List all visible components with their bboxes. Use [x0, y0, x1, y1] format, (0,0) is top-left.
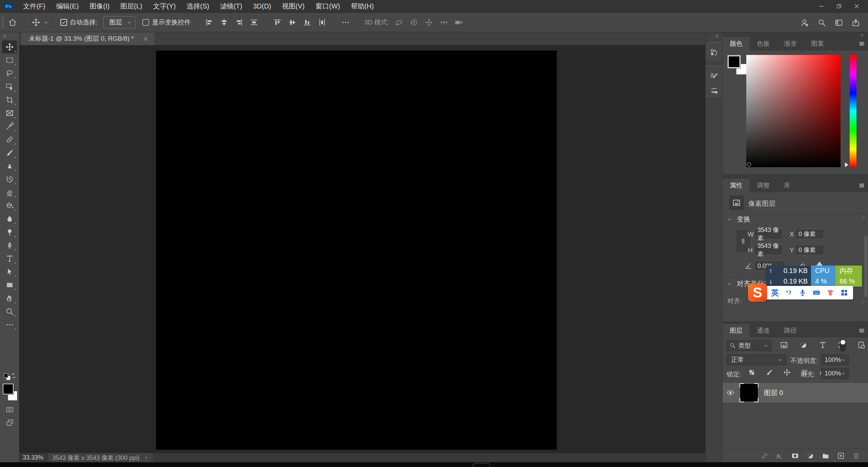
brush-tool[interactable] — [2, 146, 17, 159]
status-chevron-icon[interactable] — [144, 455, 149, 460]
menu-item[interactable]: 帮助(H) — [346, 0, 379, 13]
history-panel-icon[interactable] — [710, 48, 718, 57]
align-right-edges-icon[interactable] — [235, 18, 243, 27]
foreground-color-swatch[interactable] — [3, 384, 14, 394]
home-icon[interactable] — [8, 18, 17, 27]
3d-rotate-icon[interactable] — [395, 18, 403, 27]
show-transform-checkbox[interactable] — [142, 19, 149, 26]
close-button[interactable] — [848, 0, 865, 13]
new-layer-icon[interactable] — [837, 452, 845, 460]
quick-mask-icon[interactable] — [5, 405, 15, 414]
dodge-tool[interactable] — [2, 226, 17, 238]
3d-slide-icon[interactable] — [439, 18, 448, 27]
menu-item[interactable]: 视图(V) — [277, 0, 310, 13]
default-colors-icon[interactable] — [4, 373, 8, 378]
layer-mask-icon[interactable] — [791, 452, 799, 460]
menu-item[interactable]: 3D(D) — [248, 0, 276, 13]
crop-tool[interactable] — [2, 93, 17, 106]
layer-name[interactable]: 图层 0 — [764, 388, 783, 397]
saturation-brightness-field[interactable] — [746, 55, 841, 167]
foreground-color-chip[interactable] — [728, 56, 740, 68]
hand-tool[interactable] — [2, 292, 17, 305]
blur-tool[interactable] — [2, 212, 17, 225]
3d-drag-icon[interactable] — [425, 18, 433, 27]
account-icon[interactable] — [801, 18, 809, 27]
edit-toolbar-icon[interactable] — [2, 318, 17, 331]
panel-tab-颜色[interactable]: 颜色 — [723, 37, 750, 51]
align-bottom-edges-icon[interactable] — [303, 18, 312, 27]
height-field[interactable]: 3543 像素 — [754, 245, 783, 255]
zoom-tool[interactable] — [2, 305, 17, 318]
distribute-horizontal-icon[interactable] — [250, 18, 258, 27]
menu-item[interactable]: 窗口(W) — [310, 0, 345, 13]
panel-tab-渐变[interactable]: 渐变 — [777, 37, 804, 51]
frame-tool[interactable] — [2, 106, 17, 119]
lasso-tool[interactable] — [2, 67, 17, 80]
y-field[interactable]: 0 像素 — [795, 245, 824, 255]
scrollbar-thumb[interactable] — [864, 236, 867, 297]
layer-effects-icon[interactable]: fx — [776, 452, 784, 460]
smart-object-filter-icon[interactable] — [857, 341, 866, 349]
new-group-icon[interactable] — [822, 452, 830, 460]
brushes-panel-icon[interactable] — [710, 86, 718, 95]
layer-row[interactable]: 图层 0 — [723, 383, 868, 403]
canvas[interactable] — [156, 51, 557, 450]
auto-select-checkbox[interactable] — [60, 19, 67, 26]
panel-tab-通道[interactable]: 通道 — [750, 324, 777, 337]
menu-item[interactable]: 文字(Y) — [148, 0, 181, 13]
panel-menu-icon[interactable] — [859, 182, 865, 189]
keyboard-icon[interactable] — [812, 289, 821, 297]
delete-layer-icon[interactable] — [852, 452, 860, 460]
sogou-logo-icon[interactable]: S — [748, 284, 767, 302]
lock-position-icon[interactable] — [783, 369, 791, 376]
restore-button[interactable] — [830, 0, 848, 13]
type-layer-filter-icon[interactable] — [818, 341, 827, 349]
dock-grip[interactable] — [709, 66, 719, 67]
expand-toolbar-icon[interactable] — [2, 34, 7, 39]
type-tool[interactable] — [2, 252, 17, 265]
history-brush-tool[interactable] — [2, 173, 17, 186]
tab-close-icon[interactable] — [143, 36, 149, 42]
panel-tab-图层[interactable]: 图层 — [723, 324, 750, 337]
swap-colors-icon[interactable] — [11, 373, 17, 379]
search-icon[interactable] — [817, 18, 826, 27]
menu-item[interactable]: 图像(I) — [84, 0, 115, 13]
layer-visibility-eye-icon[interactable] — [726, 389, 734, 397]
x-field[interactable]: 0 像素 — [795, 229, 824, 239]
more-options-icon[interactable] — [341, 18, 350, 27]
move-tool-preset-icon[interactable] — [32, 18, 40, 27]
color-selector-ring[interactable] — [747, 162, 751, 167]
skin-icon[interactable] — [826, 289, 834, 297]
minimize-button[interactable] — [812, 0, 830, 13]
pasteboard[interactable] — [19, 45, 705, 453]
distribute-vertical-icon[interactable] — [318, 18, 327, 27]
options-bar-grip[interactable] — [1, 16, 4, 29]
layer-filter-toggle[interactable] — [840, 339, 846, 352]
punctuation-icon[interactable] — [785, 289, 793, 297]
link-layers-icon[interactable] — [761, 452, 769, 460]
eraser-tool[interactable] — [2, 186, 17, 199]
layer-thumbnail[interactable] — [740, 384, 758, 402]
panel-menu-icon[interactable] — [859, 41, 865, 47]
blend-mode-dropdown[interactable]: 正常 — [727, 354, 786, 365]
lock-pixels-icon[interactable] — [766, 369, 773, 376]
brush-settings-panel-icon[interactable] — [710, 72, 718, 81]
paint-bucket-tool[interactable] — [2, 199, 17, 212]
fill-dropdown[interactable]: 100% — [821, 368, 849, 379]
move-tool[interactable] — [2, 40, 17, 53]
width-field[interactable]: 3543 像素 — [754, 229, 783, 239]
pen-tool[interactable] — [2, 239, 17, 252]
eyedropper-tool[interactable] — [2, 120, 17, 133]
panel-tab-属性[interactable]: 属性 — [723, 179, 750, 192]
align-vertical-centers-icon[interactable] — [288, 18, 297, 27]
path-selection-tool[interactable] — [2, 265, 17, 278]
adjustment-layer-icon[interactable] — [806, 452, 814, 460]
rectangular-marquee-tool[interactable] — [2, 54, 17, 66]
zoom-level-field[interactable]: 33.33% — [23, 454, 43, 461]
tool-preset-chevron-icon[interactable] — [43, 20, 48, 25]
auto-select-target-dropdown[interactable]: 图层 — [103, 16, 136, 28]
align-top-edges-icon[interactable] — [273, 18, 282, 27]
dock-grip[interactable] — [709, 42, 719, 43]
ime-language-mode[interactable]: 英 — [771, 288, 779, 298]
scroll-up-icon[interactable] — [861, 215, 866, 219]
